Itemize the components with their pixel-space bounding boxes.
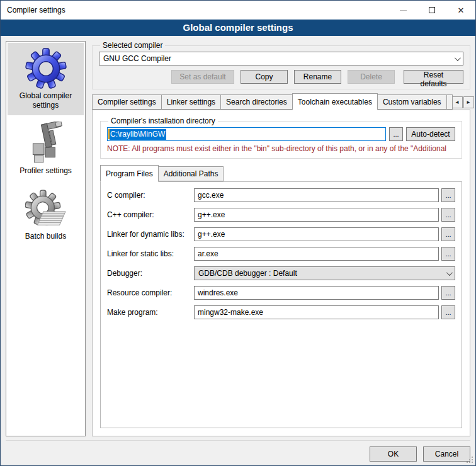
tab-scroll-right-icon[interactable]: ► [463, 96, 474, 108]
install-dir-browse-button[interactable]: ... [389, 127, 403, 141]
close-button[interactable]: ✕ [446, 1, 475, 20]
sidebar-item-global-compiler-settings[interactable]: Global compiler settings [8, 43, 84, 115]
selected-compiler-group: Selected compiler GNU GCC Compiler Set a… [92, 41, 470, 89]
reset-defaults-button[interactable]: Reset defaults [404, 70, 463, 84]
static-linker-browse-button[interactable]: ... [441, 247, 455, 261]
install-dir-selected-text: C:\raylib\MinGW [110, 129, 166, 140]
delete-button[interactable]: Delete [348, 70, 395, 84]
cancel-button[interactable]: Cancel [423, 446, 470, 462]
subtab-additional-paths[interactable]: Additional Paths [158, 166, 224, 181]
program-files-page: C compiler: ... C++ compiler: ... Linker… [100, 181, 462, 428]
cpp-compiler-label: C++ compiler: [107, 210, 194, 219]
program-files-tabstrip: Program Files Additional Paths [100, 165, 462, 181]
window-title: Compiler settings [1, 6, 388, 14]
compiler-settings-dialog: Compiler settings ✕ Global compiler sett… [0, 0, 476, 466]
dialog-footer: OK Cancel [6, 440, 470, 462]
sidebar-item-profiler-settings[interactable]: Profiler settings [8, 118, 84, 181]
resource-compiler-label: Resource compiler: [107, 288, 194, 297]
tab-compiler-settings[interactable]: Compiler settings [92, 94, 162, 110]
field-row-debugger: Debugger: GDB/CDB debugger : Default [107, 266, 455, 280]
sidebar-item-label: Batch builds [9, 232, 82, 241]
debugger-select-value: GDB/CDB debugger : Default [198, 269, 297, 278]
install-dir-note: NOTE: All programs must exist either in … [107, 144, 455, 153]
make-program-label: Make program: [107, 308, 194, 317]
maximize-button[interactable] [417, 1, 446, 20]
resource-compiler-input[interactable] [194, 286, 439, 300]
c-compiler-browse-button[interactable]: ... [441, 188, 455, 202]
tab-custom-variables[interactable]: Custom variables [377, 94, 447, 110]
caliper-blocks-icon [9, 121, 82, 166]
c-compiler-input[interactable] [194, 188, 439, 202]
sidebar-item-label: Global compiler settings [9, 91, 82, 110]
minimize-icon [400, 10, 407, 11]
compiler-select[interactable]: GNU GCC Compiler [99, 52, 463, 65]
dynamic-linker-label: Linker for dynamic libs: [107, 230, 194, 239]
maximize-icon [429, 7, 435, 13]
make-program-browse-button[interactable]: ... [441, 305, 455, 319]
ok-button[interactable]: OK [370, 446, 417, 462]
make-program-input[interactable] [194, 305, 439, 319]
field-row-cpp-compiler: C++ compiler: ... [107, 208, 455, 222]
resource-compiler-browse-button[interactable]: ... [441, 286, 455, 300]
installation-directory-group: Compiler's installation directory C:\ray… [100, 116, 462, 159]
set-as-default-button[interactable]: Set as default [171, 70, 234, 84]
field-row-c-compiler: C compiler: ... [107, 188, 455, 202]
settings-sidebar: Global compiler settings [6, 41, 86, 436]
gray-gear-stack-icon [9, 186, 82, 232]
tab-toolchain-executables[interactable]: Toolchain executables [292, 93, 378, 110]
window-controls: ✕ [388, 1, 475, 20]
field-row-dynamic-linker: Linker for dynamic libs: ... [107, 227, 455, 241]
titlebar: Compiler settings ✕ [1, 1, 475, 20]
settings-tabstrip: Compiler settings Linker settings Search… [92, 93, 470, 110]
sidebar-item-label: Profiler settings [9, 166, 82, 176]
selected-compiler-legend: Selected compiler [100, 41, 165, 50]
field-row-static-linker: Linker for static libs: ... [107, 247, 455, 261]
resize-grip[interactable] [465, 455, 473, 463]
compiler-buttons-row: Set as default Copy Rename Delete Reset … [99, 70, 463, 84]
chevron-down-icon [446, 270, 453, 276]
auto-detect-button[interactable]: Auto-detect [406, 127, 455, 141]
copy-button[interactable]: Copy [241, 70, 288, 84]
cpp-compiler-input[interactable] [194, 208, 439, 222]
installation-directory-legend: Compiler's installation directory [108, 116, 218, 125]
c-compiler-label: C compiler: [107, 191, 194, 200]
tab-scroll-buttons: ◄ ► [452, 96, 474, 110]
field-row-resource-compiler: Resource compiler: ... [107, 286, 455, 300]
debugger-label: Debugger: [107, 269, 194, 278]
blue-gear-icon [9, 46, 82, 91]
compiler-select-value: GNU GCC Compiler [103, 54, 171, 63]
dynamic-linker-browse-button[interactable]: ... [441, 227, 455, 241]
install-dir-input[interactable]: C:\raylib\MinGW [107, 127, 386, 141]
toolchain-executables-page: Compiler's installation directory C:\ray… [92, 110, 470, 436]
field-row-make-program: Make program: ... [107, 305, 455, 319]
close-icon: ✕ [458, 6, 465, 14]
rename-button[interactable]: Rename [294, 70, 341, 84]
subtab-program-files[interactable]: Program Files [100, 165, 159, 182]
cpp-compiler-browse-button[interactable]: ... [441, 208, 455, 222]
chevron-down-icon [455, 55, 461, 61]
static-linker-input[interactable] [194, 247, 439, 261]
sidebar-item-batch-builds[interactable]: Batch builds [8, 183, 84, 246]
tab-search-directories[interactable]: Search directories [220, 94, 293, 110]
page-title: Global compiler settings [1, 20, 475, 36]
minimize-button[interactable] [388, 1, 417, 20]
tab-linker-settings[interactable]: Linker settings [161, 94, 221, 110]
dynamic-linker-input[interactable] [194, 227, 439, 241]
debugger-select[interactable]: GDB/CDB debugger : Default [194, 266, 455, 280]
static-linker-label: Linker for static libs: [107, 249, 194, 258]
tab-scroll-left-icon[interactable]: ◄ [452, 96, 463, 108]
